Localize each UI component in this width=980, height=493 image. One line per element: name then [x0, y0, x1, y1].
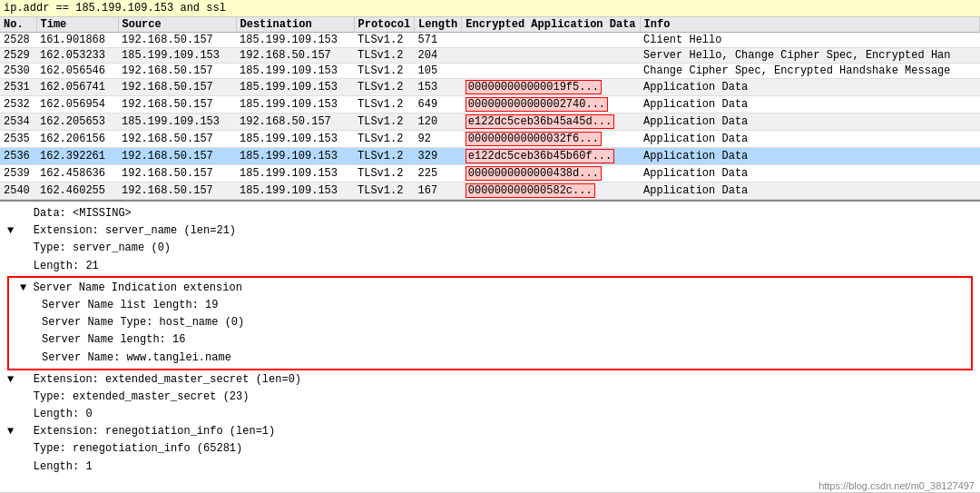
- detail-line: Length: 0: [7, 406, 973, 423]
- detail-line: Data: <MISSING>: [7, 205, 973, 222]
- table-row[interactable]: 2539162.458636192.168.50.157185.199.109.…: [0, 165, 980, 182]
- col-src: Source: [118, 17, 236, 33]
- filter-text: ip.addr == 185.199.109.153 and ssl: [4, 2, 226, 15]
- packet-list: No. Time Source Destination Protocol Len…: [0, 17, 980, 202]
- detail-line: Server Name Type: host_name (0): [13, 314, 967, 331]
- col-proto: Protocol: [354, 17, 415, 33]
- detail-panel: Data: <MISSING>▼ Extension: server_name …: [0, 202, 980, 493]
- sni-highlight-box: ▼ Server Name Indication extensionServer…: [7, 276, 973, 370]
- detail-line: Type: renegotiation_info (65281): [7, 440, 973, 458]
- filter-bar: ip.addr == 185.199.109.153 and ssl: [0, 0, 980, 17]
- detail-line: Server Name: www.tanglei.name: [13, 350, 967, 367]
- table-row[interactable]: 2529162.053233185.199.109.153192.168.50.…: [0, 48, 980, 64]
- detail-line: ▼ Extension: server_name (len=21): [7, 222, 973, 240]
- table-row[interactable]: 2535162.206156192.168.50.157185.199.109.…: [0, 131, 980, 148]
- detail-line: Type: extended_master_secret (23): [7, 389, 973, 406]
- detail-line: Length: 1: [7, 458, 973, 476]
- table-header: No. Time Source Destination Protocol Len…: [0, 17, 980, 33]
- packet-tbody: 2528161.901868192.168.50.157185.199.109.…: [0, 33, 980, 200]
- col-len: Length: [415, 17, 462, 33]
- table-row[interactable]: 2536162.392261192.168.50.157185.199.109.…: [0, 148, 980, 165]
- table-row[interactable]: 2540162.460255192.168.50.157185.199.109.…: [0, 182, 980, 200]
- detail-line: ▼ Extension: renegotiation_info (len=1): [7, 423, 973, 440]
- detail-line: ▼ Extension: extended_master_secret (len…: [7, 371, 973, 389]
- table-row[interactable]: 2532162.056954192.168.50.157185.199.109.…: [0, 96, 980, 113]
- col-info: Info: [640, 17, 979, 33]
- detail-line: Type: server_name (0): [7, 240, 973, 257]
- detail-line: Server Name list length: 19: [13, 297, 967, 314]
- col-no: No.: [0, 17, 36, 33]
- packet-table: No. Time Source Destination Protocol Len…: [0, 17, 980, 200]
- col-time: Time: [36, 17, 118, 33]
- col-enc: Encrypted Application Data: [462, 17, 640, 33]
- table-row[interactable]: 2534162.205653185.199.109.153192.168.50.…: [0, 113, 980, 131]
- detail-line: Server Name length: 16: [13, 331, 967, 349]
- col-dst: Destination: [236, 17, 354, 33]
- watermark: https://blog.csdn.net/m0_38127497: [818, 480, 975, 491]
- detail-line: Length: 21: [7, 258, 973, 275]
- table-row[interactable]: 2530162.056546192.168.50.157185.199.109.…: [0, 64, 980, 79]
- table-row[interactable]: 2531162.056741192.168.50.157185.199.109.…: [0, 79, 980, 96]
- detail-line: ▼ Server Name Indication extension: [13, 280, 967, 297]
- table-row[interactable]: 2528161.901868192.168.50.157185.199.109.…: [0, 33, 980, 48]
